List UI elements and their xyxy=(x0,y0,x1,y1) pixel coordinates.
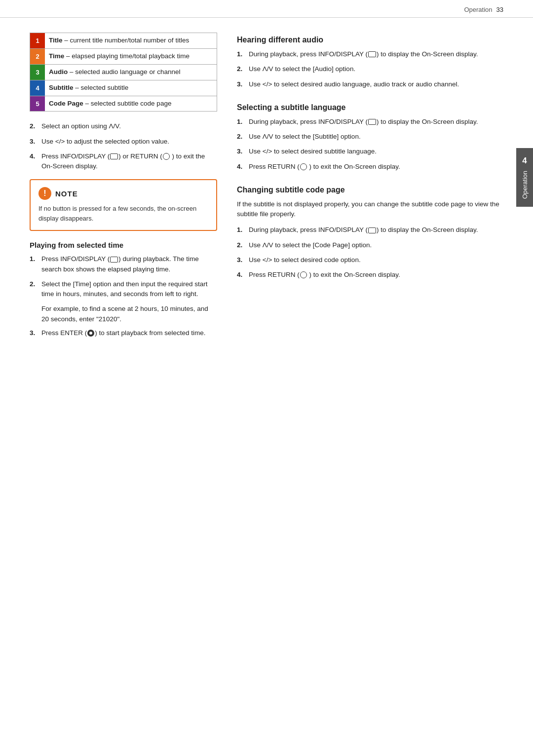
right-column: Hearing different audio 1. During playba… xyxy=(237,33,503,352)
step-number: 3. xyxy=(237,255,249,265)
step-content: Use </> to select desired subtitle langu… xyxy=(249,147,503,156)
step-item: 2. Select an option using Λ/V. xyxy=(30,121,217,131)
hearing-section: Hearing different audio 1. During playba… xyxy=(237,36,503,89)
step-content: Press RETURN ( ) to exit the On-Screen d… xyxy=(249,270,503,280)
step-item: 4. Press RETURN ( ) to exit the On-Scree… xyxy=(237,162,503,172)
step-content: Press INFO/DISPLAY () or RETURN ( ) to e… xyxy=(41,151,217,172)
subtitle-lang-section: Selecting a subtitle language 1. During … xyxy=(237,103,503,172)
step-item: 2. Use Λ/V to select the [Audio] option. xyxy=(237,64,503,74)
step-content: Select the [Time] option and then input … xyxy=(41,279,217,300)
step-content: Use </> to adjust the selected option va… xyxy=(41,137,217,147)
step-item: 2. Select the [Time] option and then inp… xyxy=(30,279,217,300)
note-header: ! NOTE xyxy=(38,187,208,200)
table-row: 2 Time – elapsed playing time/total play… xyxy=(30,49,217,65)
playing-section-title: Playing from selected time xyxy=(30,241,217,249)
page-header: Operation 33 xyxy=(0,0,533,18)
return-icon xyxy=(163,153,170,160)
subtitle-lang-title: Selecting a subtitle language xyxy=(237,103,503,112)
playing-steps: 1. Press INFO/DISPLAY () during playback… xyxy=(30,254,217,338)
step-content: Use Λ/V to select the [Code Page] option… xyxy=(249,240,503,250)
step-number: 3. xyxy=(237,79,249,89)
table-row: 3 Audio – selected audio language or cha… xyxy=(30,65,217,80)
row-num-5: 5 xyxy=(30,96,45,112)
step-content: Press INFO/DISPLAY () during playback. T… xyxy=(41,254,217,274)
step-number: 4. xyxy=(30,151,41,172)
step-content: During playback, press INFO/DISPLAY () t… xyxy=(249,225,503,235)
table-row: 1 Title – current title number/total num… xyxy=(30,33,217,49)
display-icon xyxy=(110,257,118,263)
note-box: ! NOTE If no button is pressed for a few… xyxy=(30,179,217,231)
row-num-3: 3 xyxy=(30,65,45,80)
step-content: Press ENTER () to start playback from se… xyxy=(41,328,217,338)
header-section-label: Operation xyxy=(464,6,492,13)
step-item: 4. Press RETURN ( ) to exit the On-Scree… xyxy=(237,270,503,280)
row-text-5: Code Page – selected subtitle code page xyxy=(45,96,175,112)
step-item: 1. During playback, press INFO/DISPLAY (… xyxy=(237,225,503,235)
step-item: 3. Press ENTER () to start playback from… xyxy=(30,328,217,338)
display-icon xyxy=(368,51,376,57)
note-title: NOTE xyxy=(55,189,78,198)
row-text-4: Subtitle – selected subtitle xyxy=(45,80,132,96)
step-item: 3. Use </> to adjust the selected option… xyxy=(30,137,217,147)
left-steps: 2. Select an option using Λ/V. 3. Use </… xyxy=(30,121,217,171)
step-content: During playback, press INFO/DISPLAY () t… xyxy=(249,49,503,59)
note-icon: ! xyxy=(38,187,51,200)
display-icon xyxy=(110,153,118,159)
step-number: 2. xyxy=(237,132,249,142)
subtitle-code-section: Changing subtitle code page If the subti… xyxy=(237,186,503,280)
step-content: During playback, press INFO/DISPLAY () t… xyxy=(249,117,503,127)
step-number: 3. xyxy=(30,137,41,147)
subtitle-lang-steps: 1. During playback, press INFO/DISPLAY (… xyxy=(237,117,503,172)
table-row: 4 Subtitle – selected subtitle xyxy=(30,80,217,96)
step-content: Use Λ/V to select the [Audio] option. xyxy=(249,64,503,74)
step-item: 3. Use </> to select desired subtitle la… xyxy=(237,147,503,156)
note-body: If no button is pressed for a few second… xyxy=(38,204,208,223)
step-number: 2. xyxy=(30,279,41,300)
step-number: 2. xyxy=(30,121,41,131)
side-tab-label: Operation xyxy=(521,171,529,199)
row-text-3: Audio – selected audio language or chann… xyxy=(45,65,184,80)
display-icon xyxy=(368,227,376,233)
playing-section: Playing from selected time 1. Press INFO… xyxy=(30,241,217,338)
step-item: 1. Press INFO/DISPLAY () during playback… xyxy=(30,254,217,274)
step-item: 1. During playback, press INFO/DISPLAY (… xyxy=(237,117,503,127)
subtitle-code-steps: 1. During playback, press INFO/DISPLAY (… xyxy=(237,225,503,280)
step-content: Press RETURN ( ) to exit the On-Screen d… xyxy=(249,162,503,172)
step-number: 1. xyxy=(237,117,249,127)
row-num-2: 2 xyxy=(30,49,45,64)
row-text-1: Title – current title number/total numbe… xyxy=(45,33,193,48)
step-content: Use Λ/V to select the [Subtitle] option. xyxy=(249,132,503,142)
return-icon xyxy=(300,163,307,170)
step-extra-note: For example, to find a scene at 2 hours,… xyxy=(41,304,217,324)
side-tab: 4 Operation xyxy=(516,148,533,207)
step-number: 2. xyxy=(237,240,249,250)
side-tab-number: 4 xyxy=(522,156,527,166)
step-item: 2. Use Λ/V to select the [Code Page] opt… xyxy=(237,240,503,250)
step-item: 3. Use </> to select desired audio langu… xyxy=(237,79,503,89)
row-text-2: Time – elapsed playing time/total playba… xyxy=(45,49,193,64)
step-number: 3. xyxy=(237,147,249,156)
step-number: 1. xyxy=(237,49,249,59)
row-num-1: 1 xyxy=(30,33,45,48)
hearing-steps: 1. During playback, press INFO/DISPLAY (… xyxy=(237,49,503,89)
step-content: Use </> to select desired audio language… xyxy=(249,79,503,89)
step-item: 4. Press INFO/DISPLAY () or RETURN ( ) t… xyxy=(30,151,217,172)
step-number: 1. xyxy=(30,254,41,274)
hearing-title: Hearing different audio xyxy=(237,36,503,44)
step-content: Select an option using Λ/V. xyxy=(41,121,217,131)
return-icon xyxy=(300,271,307,278)
step-item: 1. During playback, press INFO/DISPLAY (… xyxy=(237,49,503,59)
step-number: 3. xyxy=(30,328,41,338)
info-table: 1 Title – current title number/total num… xyxy=(30,33,217,112)
main-content: 1 Title – current title number/total num… xyxy=(0,18,533,372)
display-icon xyxy=(368,119,376,125)
step-content: Use </> to select desired code option. xyxy=(249,255,503,265)
step-number: 4. xyxy=(237,162,249,172)
step-number: 2. xyxy=(237,64,249,74)
page: Operation 33 4 Operation 1 Title – curre… xyxy=(0,0,533,756)
subtitle-code-title: Changing subtitle code page xyxy=(237,186,503,194)
subtitle-code-intro: If the subtitle is not displayed properl… xyxy=(237,199,503,220)
step-number: 4. xyxy=(237,270,249,280)
step-number: 1. xyxy=(237,225,249,235)
left-column: 1 Title – current title number/total num… xyxy=(30,33,217,352)
